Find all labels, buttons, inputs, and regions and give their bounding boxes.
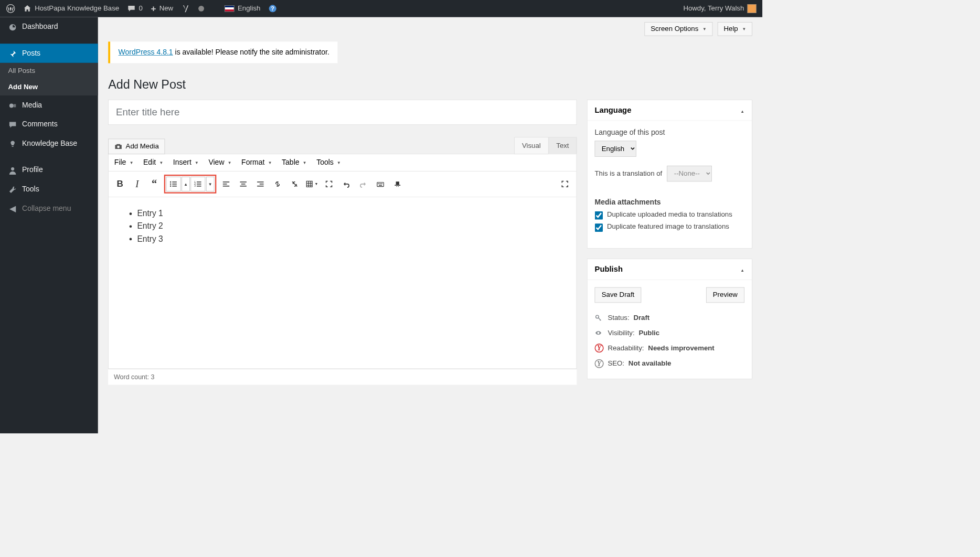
menu-format[interactable]: Format	[241, 158, 272, 167]
new-link[interactable]: + New	[151, 3, 173, 14]
howdy-text: Howdy, Terry Walsh	[683, 5, 744, 13]
menu-edit[interactable]: Edit	[143, 158, 163, 167]
menu-table[interactable]: Table	[282, 158, 306, 167]
language-switcher[interactable]: English	[225, 5, 260, 13]
flag-icon	[225, 5, 235, 12]
save-draft-button[interactable]: Save Draft	[595, 287, 642, 303]
preview-button[interactable]: Preview	[706, 287, 744, 303]
pin-icon	[8, 49, 17, 58]
tab-text[interactable]: Text	[548, 137, 577, 154]
media-icon	[8, 100, 17, 110]
svg-rect-25	[260, 184, 264, 185]
unlink-button[interactable]	[287, 177, 302, 191]
svg-rect-17	[197, 186, 201, 187]
translation-of-select[interactable]: --None--	[667, 166, 712, 181]
admin-sidebar: Dashboard Posts All Posts Add New Media …	[0, 17, 98, 434]
sidebar-sub-all-posts[interactable]: All Posts	[0, 63, 98, 79]
screen-options-button[interactable]: Screen Options	[644, 22, 712, 36]
menu-tools[interactable]: Tools	[316, 158, 341, 167]
main-content: Screen Options Help WordPress 4.8.1 is a…	[98, 17, 763, 434]
align-left-button[interactable]	[219, 177, 233, 191]
svg-rect-9	[172, 184, 177, 185]
fullscreen-button[interactable]	[322, 177, 336, 191]
svg-rect-36	[381, 183, 382, 184]
redo-button[interactable]	[356, 177, 370, 191]
dup-featured-checkbox[interactable]	[595, 223, 603, 232]
sidebar-item-profile[interactable]: Profile	[0, 160, 98, 180]
svg-rect-15	[197, 184, 201, 185]
site-link[interactable]: HostPapa Knowledge Base	[23, 5, 119, 13]
collapse-icon	[740, 106, 744, 115]
comments-count: 0	[139, 5, 143, 13]
align-right-button[interactable]	[253, 177, 268, 191]
italic-button[interactable]: I	[130, 177, 144, 191]
camera-icon	[114, 143, 123, 151]
language-metabox: Language Language of this post English T…	[587, 100, 752, 249]
sidebar-collapse[interactable]: ◀Collapse menu	[0, 199, 98, 218]
title-input[interactable]	[108, 100, 577, 125]
svg-rect-21	[240, 181, 246, 183]
help-icon[interactable]: ?	[269, 5, 277, 13]
help-button[interactable]: Help	[718, 22, 752, 36]
sidebar-item-comments[interactable]: Comments	[0, 115, 98, 134]
svg-rect-34	[379, 183, 380, 184]
account-link[interactable]: Howdy, Terry Walsh	[683, 4, 756, 13]
align-center-button[interactable]	[236, 177, 251, 191]
menu-view[interactable]: View	[208, 158, 231, 167]
wp-logo[interactable]	[6, 4, 15, 13]
eye-icon	[595, 328, 604, 337]
menu-file[interactable]: File	[114, 158, 134, 167]
list-item[interactable]: Entry 2	[137, 220, 564, 232]
tab-visual[interactable]: Visual	[514, 137, 548, 154]
keyboard-button[interactable]	[373, 177, 388, 191]
sidebar-item-kb[interactable]: Knowledge Base	[0, 134, 98, 153]
profile-icon	[8, 165, 17, 175]
svg-point-40	[396, 186, 397, 187]
language-box-header[interactable]: Language	[588, 100, 752, 121]
collapse-icon	[740, 265, 744, 274]
list-item[interactable]: Entry 3	[137, 232, 564, 245]
yoast-icon[interactable]	[182, 4, 190, 13]
publish-box-header[interactable]: Publish	[588, 259, 752, 280]
sidebar-item-tools[interactable]: Tools	[0, 179, 98, 199]
dot-icon[interactable]	[198, 6, 204, 12]
svg-point-10	[170, 186, 171, 187]
page-title: Add New Post	[108, 78, 752, 91]
svg-rect-39	[395, 185, 400, 186]
undo-button[interactable]	[339, 177, 354, 191]
svg-rect-19	[223, 184, 227, 185]
publish-metabox: Publish Save Draft Preview Status: Draft…	[587, 259, 752, 379]
sidebar-item-dashboard[interactable]: Dashboard	[0, 17, 98, 37]
numbered-list-dropdown[interactable]: ▼	[206, 177, 215, 191]
hat-icon-button[interactable]	[390, 177, 405, 191]
menu-insert[interactable]: Insert	[173, 158, 199, 167]
numbered-list-button[interactable]: 123	[190, 177, 205, 191]
svg-text:3: 3	[194, 185, 196, 187]
svg-point-42	[596, 315, 599, 318]
sidebar-item-posts[interactable]: Posts	[0, 44, 98, 63]
post-lang-label: Language of this post	[595, 128, 745, 136]
table-button[interactable]: ▼	[304, 177, 319, 191]
add-media-button[interactable]: Add Media	[108, 139, 165, 155]
comments-link[interactable]: 0	[127, 5, 143, 13]
bold-button[interactable]: B	[113, 177, 127, 191]
expand-button[interactable]	[558, 177, 572, 191]
notice-text: is available! Please notify the site adm…	[173, 48, 329, 57]
language-label: English	[238, 5, 260, 13]
svg-point-6	[170, 181, 171, 183]
svg-point-4	[11, 167, 14, 170]
sidebar-item-media[interactable]: Media	[0, 95, 98, 115]
svg-rect-7	[172, 181, 177, 183]
sidebar-sub-add-new[interactable]: Add New	[0, 79, 98, 95]
editor-content[interactable]: Entry 1Entry 2Entry 3	[109, 197, 577, 369]
list-item[interactable]: Entry 1	[137, 207, 564, 220]
bullet-list-dropdown[interactable]: ▲	[182, 177, 190, 191]
blockquote-button[interactable]: “	[147, 177, 162, 191]
link-button[interactable]	[270, 177, 285, 191]
wp-update-link[interactable]: WordPress 4.8.1	[119, 48, 173, 57]
dup-media-checkbox[interactable]	[595, 211, 603, 220]
svg-point-41	[398, 186, 399, 187]
bullet-list-button[interactable]	[166, 177, 181, 191]
post-lang-select[interactable]: English	[595, 141, 636, 156]
svg-text:?: ?	[271, 5, 274, 12]
